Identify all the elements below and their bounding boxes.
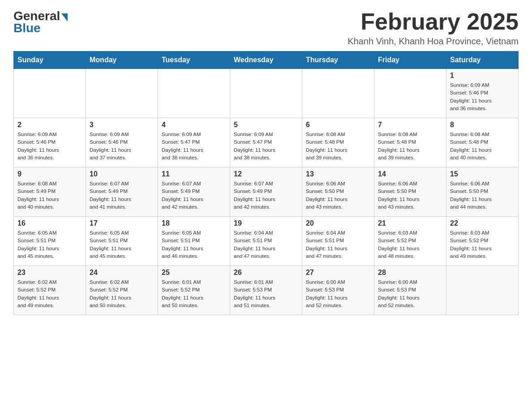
day-number: 4 (162, 121, 226, 129)
calendar-day-cell: 15Sunrise: 6:06 AM Sunset: 5:50 PM Dayli… (446, 167, 519, 217)
day-info: Sunrise: 6:09 AM Sunset: 5:46 PM Dayligh… (90, 131, 154, 162)
calendar-day-cell: 1Sunrise: 6:09 AM Sunset: 5:46 PM Daylig… (446, 69, 519, 118)
day-info: Sunrise: 6:02 AM Sunset: 5:52 PM Dayligh… (17, 278, 82, 309)
calendar-day-cell: 14Sunrise: 6:06 AM Sunset: 5:50 PM Dayli… (374, 167, 446, 217)
day-info: Sunrise: 6:08 AM Sunset: 5:49 PM Dayligh… (17, 180, 82, 211)
day-info: Sunrise: 6:08 AM Sunset: 5:48 PM Dayligh… (306, 131, 370, 162)
calendar-day-cell: 16Sunrise: 6:05 AM Sunset: 5:51 PM Dayli… (14, 217, 86, 266)
day-number: 11 (162, 170, 226, 178)
day-info: Sunrise: 6:04 AM Sunset: 5:51 PM Dayligh… (306, 229, 370, 260)
calendar-day-cell: 12Sunrise: 6:07 AM Sunset: 5:49 PM Dayli… (230, 167, 302, 217)
calendar-week-row: 16Sunrise: 6:05 AM Sunset: 5:51 PM Dayli… (14, 217, 519, 266)
calendar-day-cell: 7Sunrise: 6:08 AM Sunset: 5:48 PM Daylig… (374, 118, 446, 167)
logo-arrow-icon (61, 13, 68, 21)
calendar-day-cell (374, 69, 446, 118)
day-info: Sunrise: 6:03 AM Sunset: 5:52 PM Dayligh… (450, 229, 515, 260)
calendar-day-cell: 8Sunrise: 6:08 AM Sunset: 5:48 PM Daylig… (446, 118, 519, 167)
col-friday: Friday (374, 51, 446, 69)
day-info: Sunrise: 6:01 AM Sunset: 5:53 PM Dayligh… (234, 278, 298, 309)
day-info: Sunrise: 6:05 AM Sunset: 5:51 PM Dayligh… (162, 229, 226, 260)
day-number: 16 (17, 219, 82, 227)
calendar-day-cell: 21Sunrise: 6:03 AM Sunset: 5:52 PM Dayli… (374, 217, 446, 266)
calendar-day-cell: 23Sunrise: 6:02 AM Sunset: 5:52 PM Dayli… (14, 266, 86, 315)
day-number: 6 (306, 121, 370, 129)
col-sunday: Sunday (14, 51, 86, 69)
day-number: 25 (162, 269, 226, 277)
day-number: 27 (306, 269, 370, 277)
day-info: Sunrise: 6:09 AM Sunset: 5:46 PM Dayligh… (450, 81, 515, 112)
page-header: General Blue February 2025 Khanh Vinh, K… (13, 9, 519, 47)
day-info: Sunrise: 6:06 AM Sunset: 5:50 PM Dayligh… (306, 180, 370, 211)
calendar-day-cell: 2Sunrise: 6:09 AM Sunset: 5:46 PM Daylig… (14, 118, 86, 167)
day-number: 17 (90, 219, 154, 227)
calendar-day-cell: 17Sunrise: 6:05 AM Sunset: 5:51 PM Dayli… (86, 217, 158, 266)
day-number: 21 (378, 219, 442, 227)
calendar-day-cell: 13Sunrise: 6:06 AM Sunset: 5:50 PM Dayli… (302, 167, 374, 217)
calendar-table: Sunday Monday Tuesday Wednesday Thursday… (13, 51, 519, 315)
col-wednesday: Wednesday (230, 51, 302, 69)
day-number: 2 (17, 121, 82, 129)
col-tuesday: Tuesday (158, 51, 230, 69)
day-info: Sunrise: 6:02 AM Sunset: 5:52 PM Dayligh… (90, 278, 154, 309)
calendar-day-cell: 19Sunrise: 6:04 AM Sunset: 5:51 PM Dayli… (230, 217, 302, 266)
day-number: 13 (306, 170, 370, 178)
day-info: Sunrise: 6:03 AM Sunset: 5:52 PM Dayligh… (378, 229, 442, 260)
calendar-day-cell: 3Sunrise: 6:09 AM Sunset: 5:46 PM Daylig… (86, 118, 158, 167)
day-number: 22 (450, 219, 515, 227)
calendar-week-row: 1Sunrise: 6:09 AM Sunset: 5:46 PM Daylig… (14, 69, 519, 118)
month-title: February 2025 (348, 9, 519, 34)
title-block: February 2025 Khanh Vinh, Khanh Hoa Prov… (348, 9, 519, 47)
day-info: Sunrise: 6:00 AM Sunset: 5:53 PM Dayligh… (306, 278, 370, 309)
day-info: Sunrise: 6:00 AM Sunset: 5:53 PM Dayligh… (378, 278, 442, 309)
calendar-day-cell (14, 69, 86, 118)
calendar-day-cell (230, 69, 302, 118)
day-number: 14 (378, 170, 442, 178)
day-number: 18 (162, 219, 226, 227)
day-info: Sunrise: 6:09 AM Sunset: 5:46 PM Dayligh… (17, 131, 82, 162)
calendar-day-cell: 25Sunrise: 6:01 AM Sunset: 5:52 PM Dayli… (158, 266, 230, 315)
day-info: Sunrise: 6:04 AM Sunset: 5:51 PM Dayligh… (234, 229, 298, 260)
col-monday: Monday (86, 51, 158, 69)
calendar-day-cell: 22Sunrise: 6:03 AM Sunset: 5:52 PM Dayli… (446, 217, 519, 266)
calendar-day-cell: 6Sunrise: 6:08 AM Sunset: 5:48 PM Daylig… (302, 118, 374, 167)
day-info: Sunrise: 6:06 AM Sunset: 5:50 PM Dayligh… (450, 180, 515, 211)
calendar-day-cell: 18Sunrise: 6:05 AM Sunset: 5:51 PM Dayli… (158, 217, 230, 266)
calendar-day-cell: 4Sunrise: 6:09 AM Sunset: 5:47 PM Daylig… (158, 118, 230, 167)
day-number: 1 (450, 72, 515, 80)
day-info: Sunrise: 6:07 AM Sunset: 5:49 PM Dayligh… (162, 180, 226, 211)
calendar-day-cell: 26Sunrise: 6:01 AM Sunset: 5:53 PM Dayli… (230, 266, 302, 315)
calendar-day-cell: 27Sunrise: 6:00 AM Sunset: 5:53 PM Dayli… (302, 266, 374, 315)
day-number: 9 (17, 170, 82, 178)
day-info: Sunrise: 6:09 AM Sunset: 5:47 PM Dayligh… (234, 131, 298, 162)
day-info: Sunrise: 6:08 AM Sunset: 5:48 PM Dayligh… (378, 131, 442, 162)
calendar-day-cell (158, 69, 230, 118)
calendar-day-cell: 9Sunrise: 6:08 AM Sunset: 5:49 PM Daylig… (14, 167, 86, 217)
day-number: 8 (450, 121, 515, 129)
calendar-day-cell: 5Sunrise: 6:09 AM Sunset: 5:47 PM Daylig… (230, 118, 302, 167)
calendar-day-cell: 10Sunrise: 6:07 AM Sunset: 5:49 PM Dayli… (86, 167, 158, 217)
day-number: 20 (306, 219, 370, 227)
calendar-day-cell: 11Sunrise: 6:07 AM Sunset: 5:49 PM Dayli… (158, 167, 230, 217)
day-number: 23 (17, 269, 82, 277)
calendar-week-row: 23Sunrise: 6:02 AM Sunset: 5:52 PM Dayli… (14, 266, 519, 315)
day-number: 7 (378, 121, 442, 129)
calendar-day-cell: 28Sunrise: 6:00 AM Sunset: 5:53 PM Dayli… (374, 266, 446, 315)
day-number: 15 (450, 170, 515, 178)
day-info: Sunrise: 6:01 AM Sunset: 5:52 PM Dayligh… (162, 278, 226, 309)
day-info: Sunrise: 6:06 AM Sunset: 5:50 PM Dayligh… (378, 180, 442, 211)
day-number: 10 (90, 170, 154, 178)
day-number: 3 (90, 121, 154, 129)
day-info: Sunrise: 6:09 AM Sunset: 5:47 PM Dayligh… (162, 131, 226, 162)
calendar-week-row: 2Sunrise: 6:09 AM Sunset: 5:46 PM Daylig… (14, 118, 519, 167)
day-number: 28 (378, 269, 442, 277)
calendar-header-row: Sunday Monday Tuesday Wednesday Thursday… (14, 51, 519, 69)
calendar-day-cell (302, 69, 374, 118)
col-saturday: Saturday (446, 51, 519, 69)
logo: General Blue (13, 9, 68, 35)
location-text: Khanh Vinh, Khanh Hoa Province, Vietnam (348, 36, 519, 47)
calendar-day-cell: 24Sunrise: 6:02 AM Sunset: 5:52 PM Dayli… (86, 266, 158, 315)
day-info: Sunrise: 6:05 AM Sunset: 5:51 PM Dayligh… (17, 229, 82, 260)
calendar-day-cell: 20Sunrise: 6:04 AM Sunset: 5:51 PM Dayli… (302, 217, 374, 266)
calendar-day-cell (86, 69, 158, 118)
day-info: Sunrise: 6:08 AM Sunset: 5:48 PM Dayligh… (450, 131, 515, 162)
